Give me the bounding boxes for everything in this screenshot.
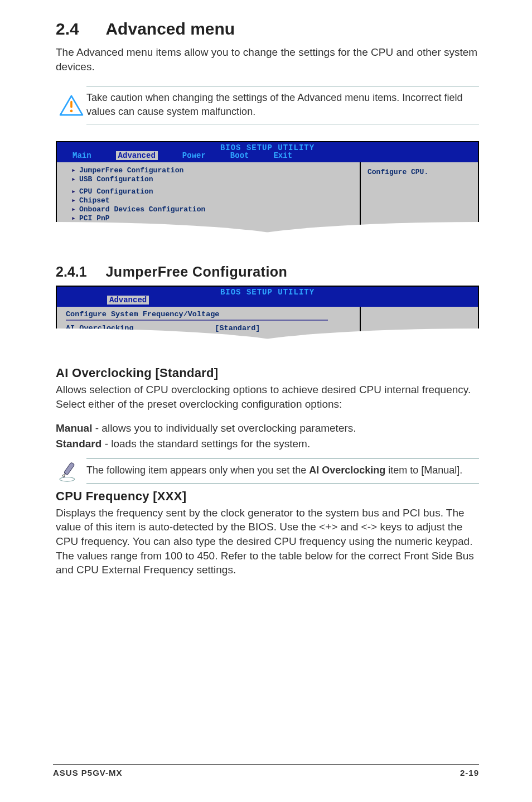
warning-icon bbox=[56, 95, 86, 116]
warning-callout: Take caution when changing the settings … bbox=[56, 86, 479, 124]
svg-point-2 bbox=[70, 109, 72, 112]
menu-item-chipset[interactable]: ▸Chipset bbox=[66, 196, 354, 205]
bios-panel-header: Configure System Frequency/Voltage bbox=[66, 310, 328, 321]
bios-tabs: Advanced bbox=[57, 296, 478, 305]
option-heading-cpu: CPU Frequency [XXX] bbox=[56, 489, 479, 504]
bios-help-text: Configure CPU. bbox=[367, 168, 428, 176]
standard-line: Standard - loads the standard settings f… bbox=[56, 437, 479, 451]
menu-item-jumperfree[interactable]: ▸JumperFree Configuration bbox=[66, 166, 354, 175]
note-callout: The following item appears only when you… bbox=[56, 458, 479, 483]
intro-paragraph: The Advanced menu items allow you to cha… bbox=[56, 45, 479, 74]
menu-item-pci[interactable]: ▸PCI PnP bbox=[66, 214, 354, 223]
note-pre: The following item appears only when you… bbox=[86, 465, 309, 476]
tab-main[interactable]: Main bbox=[72, 151, 91, 160]
footer-model: ASUS P5GV-MX bbox=[53, 768, 123, 777]
page-footer: ASUS P5GV-MX 2-19 bbox=[53, 764, 479, 777]
tab-power[interactable]: Power bbox=[182, 151, 206, 160]
subsection-title: JumperFree Configuration bbox=[105, 264, 287, 280]
svg-point-3 bbox=[60, 477, 75, 481]
ai-paragraph: Allows selection of CPU overclocking opt… bbox=[56, 383, 479, 411]
bios-jumperfree-menu: BIOS SETUP UTILITY Advanced Configure Sy… bbox=[56, 286, 479, 346]
bios-left-pane: Configure System Frequency/Voltage AI Ov… bbox=[57, 307, 361, 345]
standard-text: - loads the standard settings for the sy… bbox=[101, 438, 310, 450]
subsection-number: 2.4.1 bbox=[56, 264, 103, 280]
setting-ai-overclocking[interactable]: AI Overclocking [Standard] bbox=[66, 324, 354, 332]
note-post: item to [Manual]. bbox=[385, 465, 462, 476]
bios-left-pane: ▸JumperFree Configuration ▸USB Configura… bbox=[57, 162, 361, 238]
tab-advanced[interactable]: Advanced bbox=[116, 151, 158, 160]
manual-line: Manual - allows you to individually set … bbox=[56, 421, 479, 436]
subsection-heading: 2.4.1 JumperFree Configuration bbox=[56, 264, 479, 280]
manual-text: - allows you to individually set overclo… bbox=[92, 422, 356, 434]
bios-advanced-menu: BIOS SETUP UTILITY MainAdvancedPowerBoot… bbox=[56, 141, 479, 239]
setting-value: [Standard] bbox=[215, 324, 260, 332]
menu-item-usb[interactable]: ▸USB Configuration bbox=[66, 175, 354, 183]
tab-exit[interactable]: Exit bbox=[273, 151, 292, 160]
menu-label: Onboard Devices Configuration bbox=[79, 205, 205, 214]
menu-item-cpu[interactable]: ▸CPU Configuration bbox=[66, 187, 354, 196]
tab-boot[interactable]: Boot bbox=[230, 151, 249, 160]
manual-label: Manual bbox=[56, 422, 92, 434]
bios-help-pane bbox=[361, 307, 478, 345]
cpu-paragraph: Displays the frequency sent by the clock… bbox=[56, 506, 479, 577]
standard-label: Standard bbox=[56, 438, 101, 450]
menu-label: JumperFree Configuration bbox=[79, 166, 183, 175]
tab-advanced[interactable]: Advanced bbox=[107, 296, 149, 305]
menu-label: CPU Configuration bbox=[79, 187, 153, 196]
note-text: The following item appears only when you… bbox=[86, 458, 479, 483]
option-heading-ai: AI Overclocking [Standard] bbox=[56, 366, 479, 380]
section-heading: 2.4 Advanced menu bbox=[56, 20, 479, 38]
section-title: Advanced menu bbox=[105, 20, 235, 38]
setting-label: AI Overclocking bbox=[66, 324, 134, 332]
svg-rect-1 bbox=[70, 100, 72, 108]
section-number: 2.4 bbox=[56, 20, 103, 38]
note-bold: AI Overclocking bbox=[309, 465, 385, 476]
bios-tabs: MainAdvancedPowerBootExit bbox=[57, 151, 478, 160]
note-icon bbox=[56, 460, 86, 482]
menu-label: USB Configuration bbox=[79, 175, 153, 183]
menu-item-onboard[interactable]: ▸Onboard Devices Configuration bbox=[66, 205, 354, 214]
menu-label: PCI PnP bbox=[79, 214, 110, 223]
menu-label: Chipset bbox=[79, 196, 110, 205]
footer-page: 2-19 bbox=[460, 768, 479, 777]
bios-help-pane: Configure CPU. bbox=[361, 162, 478, 238]
warning-text: Take caution when changing the settings … bbox=[86, 86, 479, 124]
